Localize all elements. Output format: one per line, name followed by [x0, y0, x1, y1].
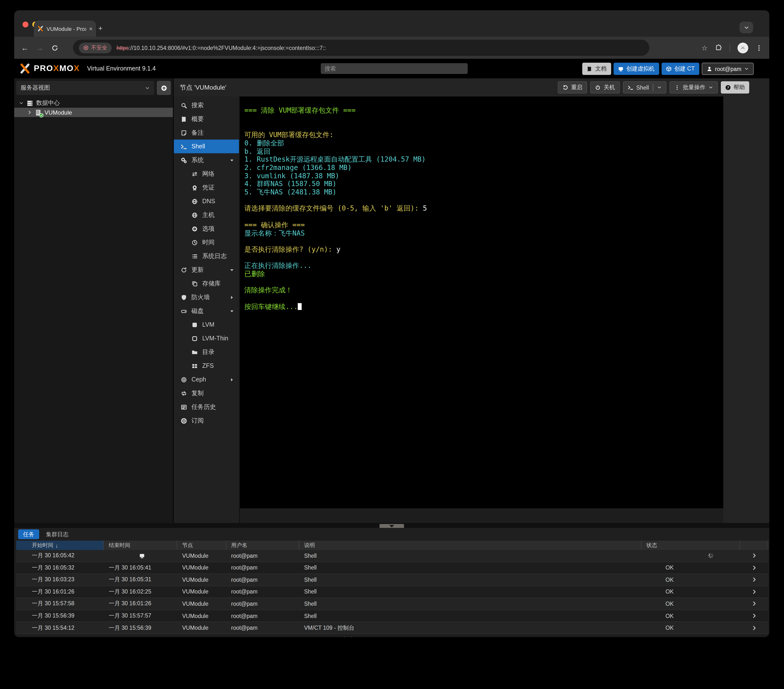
column-start-time[interactable]: 开始时间 ↓	[16, 541, 104, 550]
sidebar-settings-button[interactable]	[157, 81, 171, 95]
docs-button[interactable]: 文档	[582, 63, 611, 75]
reload-button[interactable]	[51, 45, 58, 51]
profile-avatar[interactable]	[738, 42, 748, 53]
menu-label: ZFS	[202, 363, 214, 369]
node-menu-item-防火墙[interactable]: 防火墙	[174, 290, 239, 304]
column-user[interactable]: 用户名	[226, 541, 299, 550]
node-menu-item-系统[interactable]: 系统	[174, 153, 239, 167]
address-bar[interactable]: 不安全 https://10.10.10.254:8006/#v1:0:=nod…	[73, 40, 649, 56]
tab-cluster-log[interactable]: 集群日志	[46, 531, 69, 538]
copy-icon	[191, 280, 198, 287]
chevron-right-icon[interactable]	[751, 601, 757, 607]
node-menu-item-LVM-Thin[interactable]: LVM-Thin	[174, 331, 239, 345]
task-row[interactable]: 一月 30 15:54:12一月 30 15:56:39VUModuleroot…	[16, 622, 768, 634]
forward-button[interactable]: →	[36, 44, 44, 52]
task-row[interactable]: 一月 30 15:56:39一月 30 15:57:57VUModuleroot…	[16, 610, 768, 622]
node-menu-item-网络[interactable]: 网络	[174, 167, 239, 181]
task-row[interactable]: 一月 30 16:05:42VUModuleroot@pamShell	[16, 550, 768, 562]
extensions-icon[interactable]	[715, 44, 722, 51]
menu-label: Shell	[191, 143, 205, 150]
cell-expand	[740, 577, 768, 582]
node-menu-item-备注[interactable]: 备注	[174, 126, 239, 140]
chevron-right-icon[interactable]	[751, 589, 757, 595]
back-button[interactable]: ←	[21, 44, 28, 52]
chevron-right-icon[interactable]	[751, 565, 757, 570]
task-row[interactable]: 一月 30 16:03:23一月 30 16:05:31VUModuleroot…	[16, 574, 768, 586]
node-menu-item-任务历史[interactable]: 任务历史	[174, 400, 239, 414]
node-menu-item-目录[interactable]: 目录	[174, 345, 239, 359]
tab-tasks[interactable]: 任务	[18, 529, 39, 539]
bookmark-star-icon[interactable]: ☆	[702, 44, 708, 52]
tab-search-button[interactable]	[740, 21, 753, 33]
node-menu-item-概要[interactable]: 概要	[174, 112, 239, 126]
cell-start-time: 一月 30 16:05:32	[16, 564, 104, 572]
splitter-handle[interactable]	[379, 524, 404, 528]
cell-description: Shell	[299, 565, 641, 571]
node-menu-item-Shell[interactable]: Shell	[174, 140, 239, 153]
node-menu-item-磁盘[interactable]: 磁盘	[174, 304, 239, 318]
help-button[interactable]: ? 帮助	[721, 81, 749, 94]
node-menu-item-凭证[interactable]: 凭证	[174, 181, 239, 195]
task-row[interactable]: 一月 30 16:01:26一月 30 16:02:25VUModuleroot…	[16, 586, 768, 598]
node-menu-item-ZFS[interactable]: ZFS	[174, 359, 239, 373]
node-menu-item-LVM[interactable]: LVM	[174, 318, 239, 331]
browser-tab[interactable]: VUModule - Proxmox Virtual E ×	[34, 21, 96, 37]
chevron-right-icon[interactable]	[751, 553, 757, 559]
column-node[interactable]: 节点	[177, 541, 226, 550]
node-menu-item-主机[interactable]: 主机	[174, 208, 239, 222]
bulk-actions-button[interactable]: 批量操作	[669, 81, 718, 94]
create-vm-button[interactable]: 创建虚拟机	[613, 63, 659, 75]
terminal-line: 请选择要清除的缓存文件编号 (0-5, 输入 'b' 返回): 5	[244, 204, 723, 213]
global-search-input[interactable]	[321, 63, 468, 74]
chevron-down-icon[interactable]	[657, 85, 662, 90]
shell-button[interactable]: Shell	[623, 81, 667, 94]
column-status[interactable]: 状态	[641, 541, 740, 550]
node-menu-item-订阅[interactable]: 订阅	[174, 414, 239, 427]
chevron-right-icon[interactable]	[751, 625, 757, 630]
cell-expand	[740, 565, 768, 570]
user-menu-button[interactable]: root@pam	[702, 63, 754, 75]
close-window-button[interactable]	[23, 21, 28, 27]
view-selector[interactable]: 服务器视图	[16, 81, 154, 95]
chevron-right-icon[interactable]	[751, 613, 757, 618]
node-menu-item-搜索[interactable]: 搜索	[174, 99, 239, 112]
node-menu-item-更新[interactable]: 更新	[174, 263, 239, 277]
panel-splitter[interactable]	[14, 523, 769, 528]
shell-terminal[interactable]: === 清除 VUM部署缓存包文件 === 可用的 VUM部署缓存包文件:0. …	[240, 96, 723, 508]
task-row[interactable]: 一月 30 15:54:03一月 30 15:54:12VUModuleroot…	[16, 634, 768, 637]
expander-icon[interactable]	[27, 110, 32, 115]
sidebar-topbar: 服务器视图	[16, 81, 171, 95]
column-description[interactable]: 说明	[299, 541, 641, 550]
chevron-right-icon[interactable]	[751, 577, 757, 582]
header-buttons: 文档 创建虚拟机 创建 CT root@pam	[582, 63, 754, 75]
create-ct-button[interactable]: 创建 CT	[661, 63, 699, 75]
node-menu-item-存储库[interactable]: 存储库	[174, 277, 239, 290]
new-tab-button[interactable]: +	[96, 23, 105, 33]
expander-icon[interactable]	[19, 101, 23, 105]
task-panel: 任务 集群日志 开始时间 ↓ 结束时间 节点 用户名 说明 状态 一月 30 1…	[14, 528, 769, 637]
square-o-icon	[191, 335, 198, 341]
tab-close-icon[interactable]: ×	[89, 25, 92, 32]
tree-item-node[interactable]: VUModule	[14, 108, 173, 117]
terminal-line	[244, 213, 723, 221]
tree-item-datacenter[interactable]: 数据中心	[14, 99, 173, 108]
menu-label: 系统日志	[202, 252, 227, 260]
clock-icon	[191, 239, 198, 246]
task-row[interactable]: 一月 30 15:57:58一月 30 16:01:26VUModuleroot…	[16, 598, 768, 610]
task-row[interactable]: 一月 30 16:05:32一月 30 16:05:41VUModuleroot…	[16, 562, 768, 574]
restart-button[interactable]: 重启	[558, 81, 587, 94]
shutdown-button[interactable]: 关机	[590, 81, 620, 94]
globe-icon	[191, 212, 198, 218]
node-menu-item-DNS[interactable]: DNS	[174, 195, 239, 208]
node-menu-item-Ceph[interactable]: Ceph	[174, 373, 239, 386]
cell-expand	[740, 613, 768, 618]
security-chip[interactable]: 不安全	[79, 42, 112, 53]
node-menu-item-时间[interactable]: 时间	[174, 236, 239, 249]
column-end-time[interactable]: 结束时间	[104, 541, 177, 550]
cell-end-time: 一月 30 15:56:39	[104, 624, 177, 631]
node-menu-item-系统日志[interactable]: 系统日志	[174, 249, 239, 263]
node-menu-item-选项[interactable]: 选项	[174, 222, 239, 236]
node-menu-item-复制[interactable]: 复制	[174, 386, 239, 400]
cell-expand	[740, 601, 768, 607]
browser-menu-icon[interactable]	[756, 45, 763, 51]
